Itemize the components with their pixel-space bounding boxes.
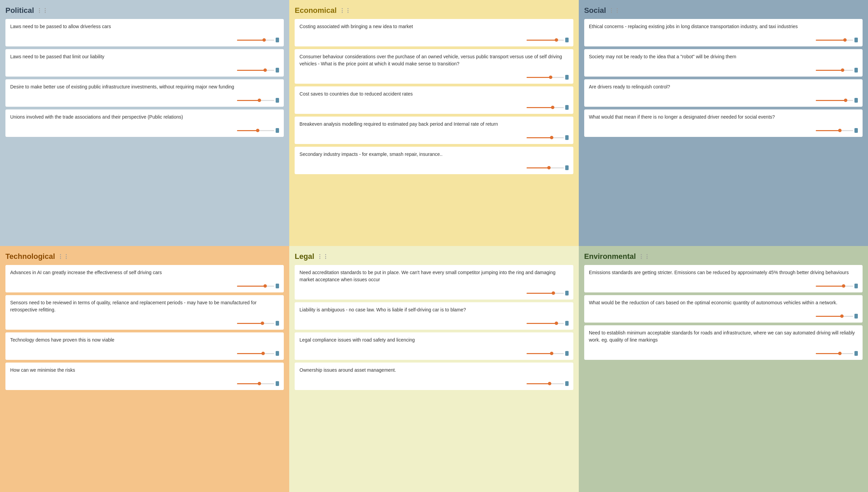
slider-handle-3[interactable]	[276, 98, 279, 103]
political-card-3[interactable]: Desire to make better use of existing pu…	[5, 79, 284, 107]
slider-handle-t4[interactable]	[276, 381, 279, 386]
slider-handle-e3[interactable]	[565, 105, 569, 110]
technological-slider-2[interactable]	[10, 320, 279, 326]
technological-slider-1[interactable]	[10, 282, 279, 289]
environmental-slider-2[interactable]	[589, 312, 858, 319]
social-title-text: Social	[584, 6, 606, 15]
social-slider-2[interactable]	[589, 66, 858, 73]
slider-handle-t2[interactable]	[276, 321, 279, 326]
political-title: Political ⋮⋮	[5, 6, 284, 15]
legal-slider-2[interactable]	[299, 320, 568, 326]
political-slider-4[interactable]	[10, 127, 279, 134]
technological-menu-dots[interactable]: ⋮⋮	[58, 253, 69, 260]
social-card-2[interactable]: Society may not be ready to the idea tha…	[584, 49, 863, 77]
economical-menu-dots[interactable]: ⋮⋮	[339, 7, 351, 14]
environmental-card-3[interactable]: Need to establish minimum acceptable sta…	[584, 325, 863, 360]
slider-handle-s2[interactable]	[854, 68, 858, 73]
technological-slider-3[interactable]	[10, 350, 279, 356]
legal-slider-4[interactable]	[299, 380, 568, 387]
slider-handle-s3[interactable]	[854, 98, 858, 103]
technological-slider-4[interactable]	[10, 380, 279, 387]
slider-handle-e4[interactable]	[565, 135, 569, 140]
social-card-4[interactable]: What would that mean if there is no long…	[584, 109, 863, 137]
economical-slider-4[interactable]	[299, 134, 568, 141]
social-card-1[interactable]: Ethical concerns - replacing existing jo…	[584, 19, 863, 46]
slider-handle-l2[interactable]	[565, 321, 569, 326]
political-slider-2[interactable]	[10, 66, 279, 73]
economical-card-5[interactable]: Secondary industry impacts - for example…	[295, 147, 573, 174]
economical-card-2[interactable]: Consumer behaviour considerations over t…	[295, 49, 573, 84]
slider-handle-4[interactable]	[276, 128, 279, 133]
slider-handle-e5[interactable]	[565, 165, 569, 170]
environmental-menu-dots[interactable]: ⋮⋮	[638, 253, 650, 260]
legal-section: Legal ⋮⋮ Need accreditation standards to…	[289, 246, 578, 492]
environmental-card-2[interactable]: What would be the reduction of cars base…	[584, 295, 863, 323]
political-card-3-text: Desire to make better use of existing pu…	[10, 83, 279, 97]
economical-card-5-text: Secondary industry impacts - for example…	[299, 151, 568, 164]
environmental-slider-3[interactable]	[589, 350, 858, 356]
legal-card-2[interactable]: Liability is ambiguous - no case law. Wh…	[295, 302, 573, 330]
legal-card-1-text: Need accreditation standards to be put i…	[299, 269, 568, 289]
slider-handle-t3[interactable]	[276, 351, 279, 356]
political-card-4[interactable]: Unions involved with the trade associati…	[5, 109, 284, 137]
slider-handle-2[interactable]	[276, 68, 279, 73]
economical-card-1[interactable]: Costing associated with bringing a new i…	[295, 19, 573, 46]
technological-card-4[interactable]: How can we minimise the risks	[5, 363, 284, 390]
environmental-section: Environmental ⋮⋮ Emissions standards are…	[579, 246, 868, 492]
legal-slider-1[interactable]	[299, 289, 568, 296]
legal-card-2-text: Liability is ambiguous - no case law. Wh…	[299, 306, 568, 320]
economical-slider-3[interactable]	[299, 104, 568, 110]
political-slider-1[interactable]	[10, 36, 279, 43]
economical-slider-2[interactable]	[299, 74, 568, 80]
social-card-4-text: What would that mean if there is no long…	[589, 114, 858, 127]
political-card-2[interactable]: Laws need to be passed that limit our li…	[5, 49, 284, 77]
political-card-1-text: Laws need to be passed to allow driverle…	[10, 23, 279, 36]
pestle-grid: Political ⋮⋮ Laws need to be passed to a…	[0, 0, 868, 492]
slider-handle-en1[interactable]	[854, 284, 858, 288]
social-section: Social ⋮⋮ Ethical concerns - replacing e…	[579, 0, 868, 246]
slider-handle-e2[interactable]	[565, 75, 569, 80]
social-slider-1[interactable]	[589, 36, 858, 43]
legal-title-text: Legal	[295, 252, 314, 261]
technological-title: Technological ⋮⋮	[5, 252, 284, 261]
environmental-card-3-text: Need to establish minimum acceptable sta…	[589, 329, 858, 350]
economical-card-4[interactable]: Breakeven analysis modelling required to…	[295, 117, 573, 144]
legal-card-3[interactable]: Legal compliance issues with road safety…	[295, 332, 573, 360]
economical-slider-1[interactable]	[299, 36, 568, 43]
technological-card-2[interactable]: Sensors need to be reviewed in terms of …	[5, 295, 284, 330]
slider-handle-l1[interactable]	[565, 291, 569, 295]
legal-card-1[interactable]: Need accreditation standards to be put i…	[295, 265, 573, 300]
legal-card-4-text: Ownership issues around asset management…	[299, 367, 568, 380]
slider-handle-1[interactable]	[276, 38, 279, 42]
legal-card-4[interactable]: Ownership issues around asset management…	[295, 363, 573, 390]
slider-handle-s4[interactable]	[854, 128, 858, 133]
technological-card-3[interactable]: Technology demos have proven this is now…	[5, 332, 284, 360]
technological-card-1-text: Advances in AI can greatly increase the …	[10, 269, 279, 282]
technological-card-1[interactable]: Advances in AI can greatly increase the …	[5, 265, 284, 292]
social-card-3[interactable]: Are drivers ready to relinquish control?	[584, 79, 863, 107]
legal-slider-3[interactable]	[299, 350, 568, 356]
political-card-1[interactable]: Laws need to be passed to allow driverle…	[5, 19, 284, 46]
slider-handle-e1[interactable]	[565, 38, 569, 42]
economical-slider-5[interactable]	[299, 164, 568, 171]
slider-handle-en3[interactable]	[854, 351, 858, 356]
slider-handle-s1[interactable]	[854, 38, 858, 42]
economical-card-3-text: Cost saves to countries due to reduced a…	[299, 90, 568, 104]
slider-handle-t1[interactable]	[276, 284, 279, 288]
environmental-card-2-text: What would be the reduction of cars base…	[589, 299, 858, 312]
social-menu-dots[interactable]: ⋮⋮	[609, 7, 620, 14]
technological-title-text: Technological	[5, 252, 55, 261]
political-menu-dots[interactable]: ⋮⋮	[37, 7, 48, 14]
slider-handle-en2[interactable]	[854, 314, 858, 319]
legal-menu-dots[interactable]: ⋮⋮	[317, 253, 329, 260]
social-slider-3[interactable]	[589, 97, 858, 103]
social-card-3-text: Are drivers ready to relinquish control?	[589, 83, 858, 97]
slider-handle-l4[interactable]	[565, 381, 569, 386]
slider-handle-l3[interactable]	[565, 351, 569, 356]
social-slider-4[interactable]	[589, 127, 858, 134]
environmental-slider-1[interactable]	[589, 282, 858, 289]
legal-title: Legal ⋮⋮	[295, 252, 573, 261]
economical-card-3[interactable]: Cost saves to countries due to reduced a…	[295, 86, 573, 114]
environmental-card-1[interactable]: Emissions standards are getting stricter…	[584, 265, 863, 292]
political-slider-3[interactable]	[10, 97, 279, 103]
